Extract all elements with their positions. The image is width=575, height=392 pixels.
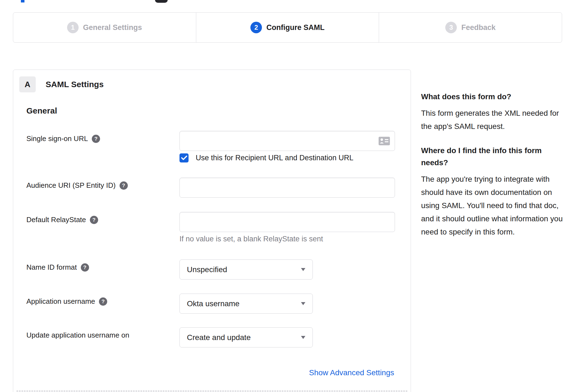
step-feedback[interactable]: 3 Feedback — [379, 13, 562, 42]
help-icon[interactable]: ? — [81, 263, 89, 272]
field-label: Default RelayState — [26, 216, 86, 224]
field-label: Audience URI (SP Entity ID) — [26, 181, 116, 190]
field-label: Application username — [26, 297, 95, 306]
section-dashed-divider — [16, 391, 407, 391]
chevron-down-icon — [301, 268, 305, 271]
relaystate-label-row: Default RelayState ? — [26, 216, 98, 224]
field-label: Update application username on — [26, 331, 129, 339]
sidebar-body-where: The app you're trying to integrate with … — [421, 173, 564, 239]
wizard-stepper: 1 General Settings 2 Configure SAML 3 Fe… — [13, 12, 562, 43]
step-label: General Settings — [83, 23, 142, 32]
nameid-format-select[interactable]: Unspecified — [179, 260, 313, 280]
help-icon[interactable]: ? — [99, 297, 107, 306]
contact-card-icon — [378, 136, 390, 146]
step-label: Configure SAML — [266, 23, 324, 32]
field-label: Single sign-on URL — [26, 134, 88, 143]
nameid-format-label-row: Name ID format ? — [26, 263, 89, 272]
update-username-label-row: Update application username on — [26, 331, 129, 339]
chevron-down-icon — [301, 302, 305, 305]
help-icon[interactable]: ? — [120, 181, 128, 190]
sso-url-input[interactable] — [180, 131, 378, 151]
relaystate-field-wrap — [179, 212, 395, 232]
truncated-logo-fragment — [21, 0, 24, 2]
step-number-badge: 3 — [445, 22, 457, 33]
step-label: Feedback — [461, 23, 496, 32]
chevron-down-icon — [301, 336, 305, 339]
truncated-icon-fragment — [155, 0, 168, 3]
help-icon[interactable]: ? — [92, 135, 100, 143]
sso-url-label-row: Single sign-on URL ? — [26, 134, 100, 143]
app-username-label-row: Application username ? — [26, 297, 107, 306]
section-title: SAML Settings — [46, 80, 104, 89]
recipient-url-checkbox-row: Use this for Recipient URL and Destinati… — [179, 153, 353, 162]
select-value: Okta username — [180, 299, 301, 308]
audience-uri-label-row: Audience URI (SP Entity ID) ? — [26, 181, 128, 190]
general-group-title: General — [26, 106, 57, 115]
step-general-settings[interactable]: 1 General Settings — [13, 13, 196, 42]
audience-uri-field-wrap — [179, 178, 395, 198]
step-number-badge: 1 — [67, 22, 79, 33]
section-a-badge: A — [19, 76, 36, 92]
sidebar-body-what: This form generates the XML needed for t… — [421, 107, 564, 133]
saml-settings-card: A SAML Settings General Single sign-on U… — [13, 70, 411, 392]
sso-url-field-wrap — [179, 131, 395, 151]
step-number-badge: 2 — [250, 22, 262, 33]
audience-uri-input[interactable] — [180, 178, 395, 197]
sidebar-heading-what: What does this form do? — [421, 91, 564, 103]
relaystate-input[interactable] — [180, 212, 395, 232]
update-username-select[interactable]: Create and update — [179, 327, 313, 347]
recipient-url-checkbox[interactable] — [179, 153, 189, 162]
app-username-select[interactable]: Okta username — [179, 294, 313, 314]
select-value: Unspecified — [180, 265, 301, 274]
relaystate-hint: If no value is set, a blank RelayState i… — [179, 235, 323, 243]
checkbox-label: Use this for Recipient URL and Destinati… — [196, 154, 353, 162]
help-icon[interactable]: ? — [90, 216, 98, 224]
sidebar-heading-where: Where do I find the info this form needs… — [421, 145, 553, 169]
field-label: Name ID format — [26, 263, 77, 272]
show-advanced-settings-link[interactable]: Show Advanced Settings — [309, 368, 394, 377]
step-configure-saml[interactable]: 2 Configure SAML — [196, 13, 379, 42]
select-value: Create and update — [180, 333, 301, 342]
